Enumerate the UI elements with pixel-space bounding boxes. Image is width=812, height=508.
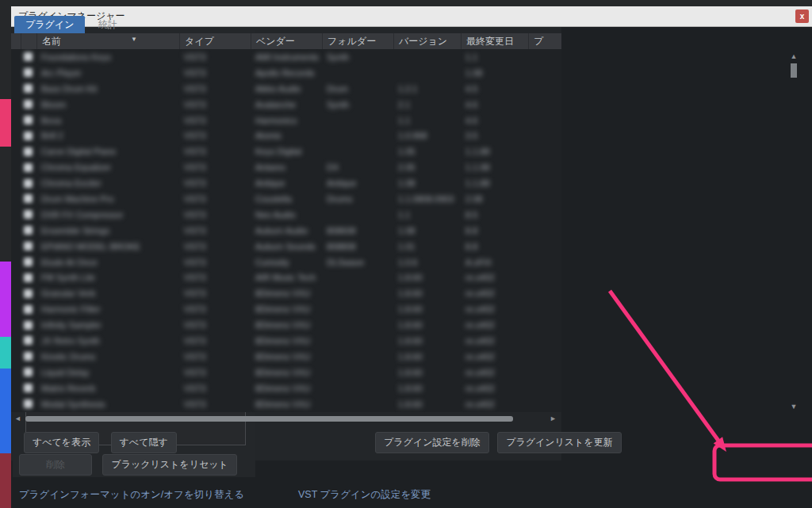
- table-row[interactable]: JX Retro SynthVST38Dimens VXU1.8.60re.s4…: [11, 333, 561, 349]
- row-icon-cell: [21, 336, 36, 345]
- cell-version: 1.8.60: [393, 352, 461, 361]
- header-cutoff[interactable]: プ: [528, 33, 561, 49]
- background-track-maroon: [0, 453, 11, 508]
- cell-type: VST3: [179, 352, 251, 361]
- table-row[interactable]: Modal SynthesisVST38Dimens VXU1.8.60re.s…: [11, 396, 561, 412]
- plugin-icon: [24, 179, 33, 188]
- cell-type: VST3: [179, 399, 251, 409]
- table-row[interactable]: Carve Digital PianoVST3Keys Digital1.051…: [11, 143, 561, 159]
- titlebar[interactable]: プラグインマネージャー x: [11, 6, 812, 27]
- table-row[interactable]: Etude At OnceVST3CuriosityDLSwave1.0.6A.…: [11, 254, 561, 270]
- row-icon-cell: [21, 179, 36, 188]
- cell-name: Chroma Exciter: [36, 178, 179, 188]
- table-row[interactable]: Harmonic FilterVST38Dimens VXU1.8.60re.s…: [11, 301, 561, 317]
- table-row[interactable]: Granular VerbVST38Dimens VXU1.8.60re.s40…: [11, 285, 561, 301]
- update-plugin-list-button[interactable]: プラグインリストを更新: [497, 432, 622, 453]
- row-icon-cell: [21, 84, 36, 93]
- show-all-button[interactable]: すべてを表示: [24, 432, 99, 453]
- vscroll-thumb[interactable]: [791, 63, 797, 78]
- scroll-down-icon[interactable]: ▼: [788, 403, 799, 411]
- cell-name: Liquid Delay: [36, 368, 179, 377]
- cell-name: Arc Player: [36, 68, 179, 78]
- cell-modified: 1.1.88: [461, 178, 528, 188]
- row-icon-cell: [21, 210, 36, 219]
- table-row[interactable]: Kinetic DrumsVST38Dimens VXU1.8.60re.s40…: [11, 349, 561, 365]
- table-row[interactable]: Chroma ExciterVST3AntiqueAntique1.081.1.…: [11, 175, 561, 191]
- plugin-icon: [24, 226, 33, 235]
- delete-plugin-settings-button[interactable]: プラグイン設定を削除: [375, 432, 489, 453]
- header-icon-column[interactable]: [21, 33, 36, 49]
- plugin-table[interactable]: Foundations KeysVST3AMI InstrumentsSynth…: [11, 49, 561, 412]
- cell-type: VST3: [179, 288, 251, 298]
- tab-statistics[interactable]: 統計: [87, 16, 128, 33]
- cell-version: 1.2.1: [393, 84, 461, 94]
- cell-modified: 1.08: [461, 68, 528, 78]
- table-row[interactable]: BloomVST3AvalancheSynth2.14.6: [11, 97, 561, 113]
- cell-type: VST3: [179, 242, 251, 251]
- table-row[interactable]: Brill 2VST3Atomic1.0.9683.5: [11, 128, 561, 143]
- cell-type: VST3: [179, 320, 251, 330]
- scroll-left-icon[interactable]: ◄: [14, 414, 21, 423]
- header-spacer: [11, 33, 21, 49]
- row-icon-cell: [21, 226, 36, 235]
- cell-version: 1.8.60: [393, 336, 461, 346]
- cell-modified: re.s402: [461, 273, 528, 282]
- plugin-icon: [24, 100, 33, 109]
- vst-settings-link[interactable]: VST プラグインの設定を変更: [298, 488, 431, 502]
- sort-descending-icon[interactable]: ▼: [131, 33, 137, 48]
- tab-plugins[interactable]: プラグイン: [14, 16, 85, 33]
- cell-name: Harmonic Filter: [36, 304, 179, 314]
- scroll-right-icon[interactable]: ►: [550, 414, 557, 423]
- header-version[interactable]: バージョン: [393, 33, 461, 49]
- table-header[interactable]: 名前 ▼ タイプ ベンダー フォルダー バージョン 最終変更日 プ: [11, 33, 561, 49]
- cell-folder: DX: [322, 162, 393, 172]
- header-type[interactable]: タイプ: [179, 33, 251, 49]
- blacklist-reset-button[interactable]: ブラックリストをリセット: [102, 454, 236, 476]
- cell-name: Kinetic Drums: [36, 352, 179, 361]
- cell-modified: re.s402: [461, 304, 528, 314]
- table-row[interactable]: EPIANO MODEL BROKEVST3Auburn Sounds80880…: [11, 239, 561, 254]
- row-icon-cell: [21, 116, 36, 124]
- table-vscroll-top: ▲: [788, 52, 799, 78]
- header-vendor[interactable]: ベンダー: [251, 33, 322, 49]
- cell-type: VST3: [179, 100, 251, 109]
- table-row[interactable]: Liquid DelayVST38Dimens VXU1.8.60re.s402: [11, 365, 561, 380]
- cell-version: 1.05: [393, 147, 461, 156]
- row-icon-cell: [21, 368, 36, 376]
- cell-name: Etude At Once: [36, 258, 179, 267]
- scroll-up-icon[interactable]: ▲: [788, 52, 799, 60]
- header-modified[interactable]: 最終変更日: [461, 33, 528, 49]
- table-row[interactable]: Arc PlayerVST3Apollo Records1.08: [11, 65, 561, 81]
- background-track-pink: [0, 99, 11, 147]
- hide-all-button[interactable]: すべて隠す: [111, 432, 177, 453]
- hscroll-thumb[interactable]: [25, 416, 513, 422]
- table-row[interactable]: Ensemble StringsVST3Auburn Audio8086081.…: [11, 223, 561, 239]
- cell-type: VST3: [179, 147, 251, 156]
- table-row[interactable]: Drum Machine ProVST3CoustellaDrums1.1.08…: [11, 191, 561, 207]
- row-icon-cell: [21, 194, 36, 203]
- plugin-icon: [24, 84, 33, 93]
- table-row[interactable]: DXR FX CompressorVST3Neo Audio1.18.5: [11, 207, 561, 223]
- plugin-icon: [24, 321, 33, 330]
- close-button[interactable]: x: [795, 10, 809, 23]
- table-row[interactable]: Matrix ReverbVST38Dimens VXU1.8.60re.s40…: [11, 380, 561, 396]
- table-row[interactable]: Chroma EqualizerVST3AntaresDX2.051.1.98: [11, 159, 561, 175]
- cell-modified: A.sFIX: [461, 258, 528, 267]
- cell-name: Bass Drum Kit: [36, 84, 179, 94]
- cell-vendor: 8Dimens VXU: [251, 352, 322, 361]
- table-row[interactable]: FM Synth LiteVST3AIR Music Tech1.8.60re.…: [11, 269, 561, 285]
- cell-modified: re.s402: [461, 288, 528, 298]
- cell-vendor: 8Dimens VXU: [251, 320, 322, 330]
- header-name[interactable]: 名前 ▼: [36, 33, 179, 49]
- table-row[interactable]: Bass Drum KitVST3Aikko AudioDrum1.2.14.5: [11, 81, 561, 97]
- table-row[interactable]: Infinity SamplerVST38Dimens VXU1.8.60re.…: [11, 317, 561, 333]
- header-folder[interactable]: フォルダー: [322, 33, 393, 49]
- table-row[interactable]: BovaVST3Harmonics1.14.6: [11, 113, 561, 128]
- cell-type: VST3: [179, 258, 251, 267]
- toggle-plugin-format-link[interactable]: プラグインフォーマットのオン/オフを切り替える: [19, 488, 244, 502]
- cell-vendor: Avalanche: [251, 100, 322, 109]
- cell-type: VST3: [179, 336, 251, 346]
- cell-modified: re.s402: [461, 336, 528, 346]
- table-row[interactable]: Foundations KeysVST3AMI InstrumentsSynth…: [11, 49, 561, 65]
- row-icon-cell: [21, 321, 36, 330]
